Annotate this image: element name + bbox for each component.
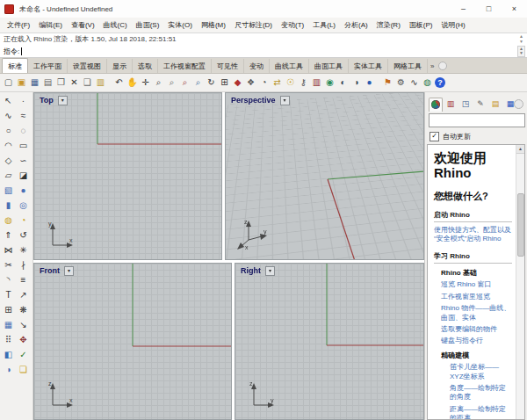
save-icon[interactable]: ▦ (29, 76, 40, 89)
surface-3pt-icon[interactable]: ▱ (2, 169, 15, 182)
boolean-difference-icon[interactable]: ◔ (17, 214, 30, 227)
toolbar-tab[interactable]: 可见性 (212, 59, 244, 73)
gumball-icon[interactable]: ✥ (17, 333, 30, 346)
viewport-label-right[interactable]: Right (238, 265, 264, 276)
menu-item[interactable]: 渲染(R) (372, 18, 405, 32)
menu-item[interactable]: 实体(O) (163, 18, 197, 32)
insert-block-icon[interactable]: ↘ (17, 318, 30, 331)
welcome-link[interactable]: 使用快捷方式、配置以及“安全模式”启动 Rhino (434, 226, 512, 244)
menu-item[interactable]: 面板(P) (405, 18, 437, 32)
spinner-down-icon[interactable]: ▼ (518, 51, 524, 55)
torus-icon[interactable]: ◎ (17, 199, 30, 212)
split-icon[interactable]: ∤ (17, 258, 30, 272)
polar-array-icon[interactable]: ❋ (17, 303, 30, 316)
new-document-icon[interactable]: ▢ (3, 76, 14, 89)
zoom-extents-icon[interactable]: ⌕ (179, 76, 191, 89)
explode-icon[interactable]: ✳ (17, 243, 30, 257)
page-copy-icon[interactable]: ❐ (55, 76, 67, 89)
viewport-right[interactable]: Right ▾ z y (235, 263, 424, 420)
toolbar-tab[interactable]: 网格工具 (388, 59, 428, 73)
polygon-icon[interactable]: ◇ (2, 154, 15, 167)
freeform-curve-icon[interactable]: ∽ (17, 154, 30, 167)
render-icon[interactable]: ◉ (324, 76, 336, 89)
print-icon[interactable]: ▤ (42, 76, 54, 89)
open-folder-icon[interactable]: ▣ (16, 76, 27, 89)
menu-item[interactable]: 分析(A) (340, 18, 372, 32)
notes-panel-tab[interactable]: ✎ (473, 97, 487, 112)
command-spinner[interactable]: ▲ ▼ (517, 46, 525, 57)
scrollbar-thumb[interactable] (517, 193, 524, 257)
viewport-dropdown-icon[interactable]: ▾ (265, 266, 275, 276)
viewport-label-top[interactable]: Top (37, 95, 56, 105)
arc-icon[interactable]: ◠ (2, 139, 15, 152)
toolbar-tab[interactable]: 变动 (244, 59, 270, 73)
fillet-curves-icon[interactable]: ◝ (2, 273, 15, 286)
sphere-icon[interactable]: ● (17, 184, 30, 197)
rectangular-array-icon[interactable]: ⊞ (2, 303, 15, 316)
menu-item[interactable]: 查看(V) (67, 18, 99, 32)
menu-item[interactable]: 文件(F) (3, 18, 34, 32)
trim-icon[interactable]: ✂ (2, 258, 15, 272)
circle-icon[interactable]: ○ (2, 124, 15, 137)
toolbar-tab[interactable]: 工作视窗配置 (158, 59, 212, 73)
viewport-dropdown-icon[interactable]: ▾ (58, 96, 68, 105)
curve-tools-icon[interactable]: ∿ (408, 76, 420, 89)
zoom-window-icon[interactable]: ⌕ (166, 76, 177, 89)
shaded-viewport-icon[interactable]: ◑ (350, 76, 362, 89)
toolbar-tab[interactable]: 曲面工具 (309, 59, 349, 73)
toolbar-tab[interactable]: 设置视图 (68, 59, 107, 73)
panel-scrollbar[interactable]: ▲ (516, 145, 524, 419)
control-point-curve-icon[interactable]: ∿ (2, 109, 15, 122)
viewport-layout-icon[interactable]: ⊞ (219, 76, 230, 89)
options-gear-icon[interactable]: ⚙ (395, 76, 407, 89)
named-views-icon[interactable]: ❖ (245, 76, 256, 89)
maximize-button[interactable]: □ (476, 0, 502, 18)
welcome-link[interactable]: 角度——绘制特定的角度 (434, 384, 512, 402)
web-globe-icon[interactable]: ◍ (422, 76, 433, 89)
rectangle-icon[interactable]: ▭ (17, 139, 30, 152)
context-help-panel-tab[interactable]: ◳ (458, 97, 473, 112)
toolbar-tab[interactable]: 选取 (133, 59, 158, 73)
boolean-union-icon[interactable]: ◍ (2, 214, 15, 227)
offset-curve-icon[interactable]: ≡ (17, 273, 30, 286)
loft-surface-icon[interactable]: ◪ (17, 169, 30, 182)
pan-icon[interactable]: ✋ (126, 76, 138, 89)
viewport-perspective[interactable]: Perspective ▾ z y x (225, 92, 424, 260)
menu-item[interactable]: 编辑(E) (34, 18, 67, 32)
maximize-viewport-icon[interactable]: ◆ (232, 76, 243, 89)
menu-item[interactable]: 曲面(S) (132, 18, 164, 32)
toolbar-tab[interactable]: 曲线工具 (270, 59, 309, 73)
object-snap-icon[interactable]: ⠿ (2, 333, 15, 346)
viewport-top[interactable]: Top ▾ y x (33, 92, 222, 260)
analyze-surface-icon[interactable]: ◑ (2, 363, 15, 376)
paste-icon[interactable]: ▥ (95, 76, 106, 89)
undo-icon[interactable]: ↶ (113, 76, 125, 89)
cylinder-icon[interactable]: ▮ (2, 199, 15, 212)
zoom-selected-icon[interactable]: ⌕ (192, 76, 204, 89)
help-panel-tab[interactable]: ▥ (444, 97, 458, 112)
toolbar-tab[interactable]: 标准 (2, 58, 28, 73)
help-icon[interactable]: ? (435, 77, 445, 88)
tab-options-button[interactable] (438, 62, 447, 70)
copy-icon[interactable]: ❑ (82, 76, 93, 89)
viewport-dropdown-icon[interactable]: ▾ (280, 96, 290, 105)
welcome-link[interactable]: Rhino 物件——曲线、曲面、实体 (434, 304, 512, 322)
extrude-icon[interactable]: ⇑ (2, 228, 15, 242)
selection-filter-icon[interactable]: ✓ (17, 348, 30, 361)
viewport-dropdown-icon[interactable]: ▾ (64, 266, 74, 276)
select-pointer-icon[interactable]: ↖ (2, 94, 15, 107)
menu-item[interactable]: 说明(H) (437, 18, 469, 32)
toolbar-tab[interactable]: 工作平面 (28, 59, 68, 73)
command-history-scroll[interactable]: ▲ ▼ (517, 33, 525, 44)
welcome-link[interactable]: 工作视窗里巡览 (434, 293, 512, 301)
notes-icon[interactable]: ❏ (17, 363, 30, 376)
delete-icon[interactable]: ✕ (69, 76, 80, 89)
panel-options-button[interactable] (514, 99, 523, 109)
auto-update-checkbox[interactable]: ✓ (430, 132, 439, 141)
panel-search-input[interactable] (429, 113, 525, 127)
toolbar-tab[interactable]: 显示 (107, 59, 133, 73)
viewport-label-perspective[interactable]: Perspective (228, 95, 278, 105)
box-icon[interactable]: ▧ (2, 184, 15, 197)
menu-item[interactable]: 尺寸标注(D) (230, 18, 277, 32)
welcome-link[interactable]: 笛卡儿坐标——XYZ坐标系 (434, 363, 512, 381)
